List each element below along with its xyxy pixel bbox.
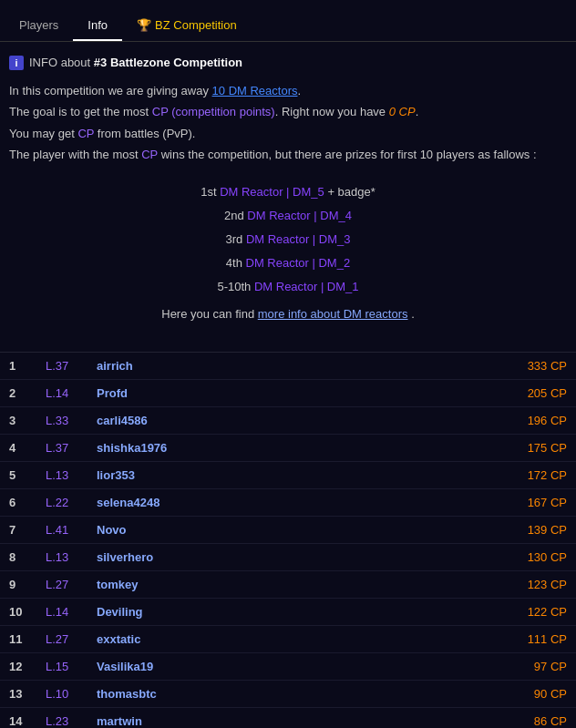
player-rank: 4 xyxy=(0,434,36,461)
reward-4[interactable]: DM Reactor | DM_2 xyxy=(246,256,351,270)
player-name[interactable]: exxtatic xyxy=(97,632,494,646)
player-name[interactable]: silverhero xyxy=(97,550,494,564)
info-icon: i xyxy=(9,56,24,70)
player-rank: 1 xyxy=(0,353,36,380)
player-rank: 10 xyxy=(0,598,36,625)
player-info: L.37 shishka1976 xyxy=(36,434,503,461)
prize-3: 3rd DM Reactor | DM_3 xyxy=(9,228,567,251)
player-rank: 9 xyxy=(0,570,36,598)
players-table: 1 L.37 airrich 333 CP 2 L.14 Profd 205 C… xyxy=(0,353,576,728)
player-name[interactable]: Vasilika19 xyxy=(97,660,494,673)
table-row[interactable]: 1 L.37 airrich 333 CP xyxy=(0,353,576,380)
player-rank: 8 xyxy=(0,543,36,570)
table-row[interactable]: 13 L.10 thomasbtc 90 CP xyxy=(0,680,576,707)
player-level: L.10 xyxy=(46,687,91,701)
player-name[interactable]: airrich xyxy=(97,359,494,373)
player-rank: 2 xyxy=(0,379,36,406)
table-row[interactable]: 4 L.37 shishka1976 175 CP xyxy=(0,434,576,461)
player-name[interactable]: Novo xyxy=(97,523,494,537)
player-info: L.14 Profd xyxy=(36,379,503,406)
extra-1: + badge* xyxy=(327,185,375,199)
cp-term: CP (competition points) xyxy=(152,105,275,118)
rank-2: 2nd xyxy=(224,209,247,222)
player-name[interactable]: carli4586 xyxy=(97,414,494,427)
player-rank: 6 xyxy=(0,488,36,516)
rank-5-10: 5-10th xyxy=(217,280,253,293)
prize-5-10: 5-10th DM Reactor | DM_1 xyxy=(9,275,567,299)
prizes-block: 1st DM Reactor | DM_5 + badge* 2nd DM Re… xyxy=(9,180,567,326)
more-info-link[interactable]: more info about DM reactors xyxy=(258,307,408,321)
player-name[interactable]: Profd xyxy=(97,386,494,400)
table-row[interactable]: 10 L.14 Deviling 122 CP xyxy=(0,598,576,625)
dm-reactors-link[interactable]: 10 DM Reactors xyxy=(212,84,298,97)
player-cp: 172 CP xyxy=(503,461,576,488)
player-rank: 13 xyxy=(0,680,36,707)
reward-3[interactable]: DM Reactor | DM_3 xyxy=(246,232,351,246)
player-rank: 14 xyxy=(0,707,36,728)
player-info: L.23 martwin xyxy=(36,707,503,728)
reward-1[interactable]: DM Reactor | DM_5 xyxy=(220,185,324,199)
player-cp: 175 CP xyxy=(503,434,576,461)
player-cp: 122 CP xyxy=(503,598,576,625)
table-row[interactable]: 7 L.41 Novo 139 CP xyxy=(0,516,576,543)
player-cp: 167 CP xyxy=(503,488,576,516)
cp-label: CP xyxy=(77,127,94,140)
player-cp: 205 CP xyxy=(503,379,576,406)
table-row[interactable]: 6 L.22 selena4248 167 CP xyxy=(0,488,576,516)
table-row[interactable]: 3 L.33 carli4586 196 CP xyxy=(0,406,576,434)
rank-1: 1st xyxy=(201,185,220,199)
player-level: L.41 xyxy=(46,523,91,537)
prize-4: 4th DM Reactor | DM_2 xyxy=(9,251,567,275)
player-name[interactable]: selena4248 xyxy=(97,496,494,509)
player-cp: 111 CP xyxy=(503,625,576,652)
table-row[interactable]: 9 L.27 tomkey 123 CP xyxy=(0,570,576,598)
info-header-text: INFO about #3 Battlezone Competition xyxy=(29,53,242,73)
player-cp: 196 CP xyxy=(503,406,576,434)
current-cp: 0 CP xyxy=(389,105,416,118)
player-cp: 130 CP xyxy=(503,543,576,570)
player-level: L.14 xyxy=(46,386,91,400)
player-rank: 3 xyxy=(0,406,36,434)
more-info-line: Here you can find more info about DM rea… xyxy=(9,302,567,326)
player-cp: 139 CP xyxy=(503,516,576,543)
reward-5-10[interactable]: DM Reactor | DM_1 xyxy=(254,280,359,293)
rank-4: 4th xyxy=(226,256,246,270)
table-row[interactable]: 2 L.14 Profd 205 CP xyxy=(0,379,576,406)
reward-2[interactable]: DM Reactor | DM_4 xyxy=(247,209,352,222)
tab-players[interactable]: Players xyxy=(5,11,73,41)
table-row[interactable]: 11 L.27 exxtatic 111 CP xyxy=(0,625,576,652)
player-name[interactable]: lior353 xyxy=(97,468,494,482)
tab-info[interactable]: Info xyxy=(73,11,122,41)
info-prefix: INFO about xyxy=(29,56,94,69)
player-level: L.22 xyxy=(46,496,91,509)
prize-1: 1st DM Reactor | DM_5 + badge* xyxy=(9,180,567,204)
player-cp: 123 CP xyxy=(503,570,576,598)
player-level: L.27 xyxy=(46,632,91,646)
info-line1: In this competition we are giving away 1… xyxy=(9,80,567,101)
table-row[interactable]: 8 L.13 silverhero 130 CP xyxy=(0,543,576,570)
tab-bz[interactable]: 🏆 BZ Competition xyxy=(122,11,252,41)
player-rank: 5 xyxy=(0,461,36,488)
rank-3: 3rd xyxy=(225,232,245,246)
cp-label2: CP xyxy=(141,148,158,161)
player-name[interactable]: tomkey xyxy=(97,578,494,591)
player-name[interactable]: thomasbtc xyxy=(97,687,494,701)
table-row[interactable]: 12 L.15 Vasilika19 97 CP xyxy=(0,652,576,680)
player-level: L.37 xyxy=(46,441,91,455)
info-link[interactable]: #3 Battlezone Competition xyxy=(94,56,242,69)
info-line4: The player with the most CP wins the com… xyxy=(9,144,567,165)
info-section: i INFO about #3 Battlezone Competition I… xyxy=(0,42,576,352)
player-level: L.23 xyxy=(46,714,91,728)
tab-bz-label: BZ Competition xyxy=(155,18,237,32)
player-info: L.22 selena4248 xyxy=(36,488,503,516)
trophy-icon: 🏆 xyxy=(137,18,151,32)
info-line2: The goal is to get the most CP (competit… xyxy=(9,101,567,122)
player-name[interactable]: martwin xyxy=(97,714,494,728)
player-cp: 333 CP xyxy=(503,353,576,380)
table-row[interactable]: 14 L.23 martwin 86 CP xyxy=(0,707,576,728)
table-row[interactable]: 5 L.13 lior353 172 CP xyxy=(0,461,576,488)
player-info: L.27 tomkey xyxy=(36,570,503,598)
player-name[interactable]: Deviling xyxy=(97,605,494,619)
player-cp: 90 CP xyxy=(503,680,576,707)
player-name[interactable]: shishka1976 xyxy=(97,441,494,455)
